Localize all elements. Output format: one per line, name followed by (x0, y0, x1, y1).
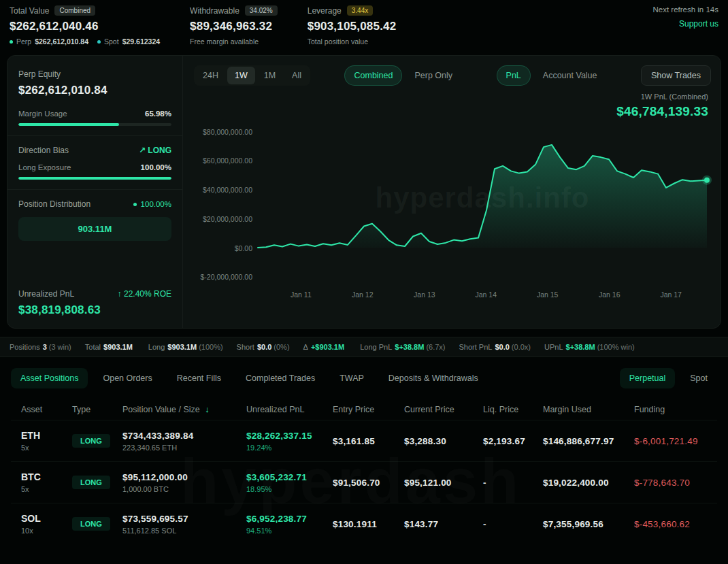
asset-leverage: 5x (21, 444, 72, 452)
col-header-current-price[interactable]: Current Price (404, 405, 483, 414)
metric-toggle-group: PnL Account Value (497, 65, 607, 86)
long-badge: LONG (72, 434, 110, 448)
col-header-liq-price[interactable]: Liq. Price (483, 405, 543, 414)
arrow-up-icon: ↑ (118, 289, 122, 299)
withdrawable-amount: $89,346,963.32 (190, 20, 278, 33)
entry-price-cell: $3,161.85 (333, 436, 404, 446)
current-price: $3,288.30 (404, 436, 483, 446)
tab-perpetual[interactable]: Perpetual (620, 368, 676, 388)
position-size: 511,612.85 SOL (122, 527, 246, 535)
table-header-row: Asset Type Position Value / Size ↓ Unrea… (11, 405, 717, 420)
current-price-cell: $3,288.30 (404, 436, 483, 446)
col-header-margin-used[interactable]: Margin Used (543, 405, 634, 414)
position-distribution-label: Position Distribution (18, 199, 90, 209)
y-tick: $80,000,000.00 (203, 128, 252, 136)
margin-used: $7,355,969.56 (543, 519, 634, 529)
position-size-chip: 903.11M (18, 217, 171, 241)
summary-total: Total$903.1M (85, 343, 135, 351)
leverage-subtext: Total position value (308, 37, 397, 46)
tab-deposits-withdrawals[interactable]: Deposits & Withdrawals (379, 368, 488, 388)
asset-symbol: BTC (21, 471, 72, 482)
x-tick: Jan 13 (414, 291, 435, 299)
entry-price: $91,506.70 (333, 478, 404, 488)
y-tick: $-20,000,000.00 (201, 273, 252, 281)
direction-bias-value: ↗ LONG (139, 146, 171, 155)
table-row-sol[interactable]: SOL 10x LONG $73,559,695.57 511,612.85 S… (11, 503, 717, 544)
leverage-stat: Leverage 3.44x $903,105,085.42 Total pos… (308, 5, 397, 46)
top-stats-group: Total Value Combined $262,612,040.46 Per… (10, 5, 396, 46)
margin-used-cell: $7,355,969.56 (543, 519, 634, 529)
funding-cell: $-6,001,721.49 (634, 436, 717, 446)
range-tab-1w[interactable]: 1W (227, 67, 255, 84)
show-trades-button[interactable]: Show Trades (641, 65, 711, 86)
trend-up-icon: ↗ (139, 146, 146, 155)
col-header-funding[interactable]: Funding (634, 405, 717, 414)
pnl-readout: 1W PnL (Combined) $46,784,139.33 (194, 93, 711, 119)
withdrawable-subtext: Free margin available (190, 37, 278, 46)
summary-short-pnl: Short PnL$0.0(0.0x) (459, 343, 531, 351)
long-exposure-value: 100.00% (141, 163, 171, 171)
section-tabs-row: Asset Positions Open Orders Recent Fills… (11, 368, 717, 388)
upnl-pct: 19.24% (246, 444, 333, 452)
sort-desc-icon: ↓ (205, 405, 209, 414)
funding-value: $-6,001,721.49 (634, 436, 717, 446)
pnl-line-chart[interactable] (258, 125, 707, 284)
support-us-link[interactable]: Support us (679, 19, 718, 29)
col-header-entry-price[interactable]: Entry Price (333, 405, 404, 414)
asset-cell: BTC 5x (21, 471, 72, 493)
y-axis-labels: $80,000,000.00 $60,000,000.00 $40,000,00… (194, 125, 255, 284)
refresh-countdown: Next refresh in 14s (652, 5, 718, 14)
position-value: $734,433,389.84 (122, 431, 246, 441)
liq-price: $2,193.67 (483, 436, 543, 446)
source-toggle-combined[interactable]: Combined (344, 65, 402, 86)
margin-usage-label: Margin Usage (18, 110, 67, 118)
entry-price-cell: $91,506.70 (333, 478, 404, 488)
position-distribution-value: 100.00% (133, 200, 171, 208)
upnl-cell: $28,262,337.15 19.24% (246, 431, 333, 452)
col-header-asset[interactable]: Asset (21, 405, 72, 414)
top-stats-bar: Total Value Combined $262,612,040.46 Per… (0, 0, 728, 52)
metric-toggle-account-value[interactable]: Account Value (533, 65, 607, 86)
total-value-amount: $262,612,040.46 (10, 20, 160, 33)
type-cell: LONG (72, 476, 122, 489)
table-row-btc[interactable]: BTC 5x LONG $95,112,000.00 1,000.00 BTC … (11, 461, 717, 503)
col-header-type[interactable]: Type (72, 405, 122, 414)
spot-dot-icon (97, 40, 101, 44)
col-header-position-value-label: Position Value / Size (122, 405, 200, 414)
distribution-pct: 100.00% (141, 200, 171, 208)
overview-card: Perp Equity $262,612,010.84 Margin Usage… (7, 55, 721, 329)
total-value-breakdown: Perp $262,612,010.84 Spot $29.612324 (10, 37, 160, 46)
tab-recent-fills[interactable]: Recent Fills (167, 368, 231, 388)
tab-open-orders[interactable]: Open Orders (93, 368, 161, 388)
range-tab-24h[interactable]: 24H (195, 67, 226, 84)
source-toggle-perp-only[interactable]: Perp Only (405, 65, 462, 86)
x-tick: Jan 14 (476, 291, 497, 299)
tab-asset-positions[interactable]: Asset Positions (11, 368, 88, 388)
liq-price: - (483, 478, 543, 488)
upnl-pct: 94.51% (246, 527, 333, 535)
tab-twap[interactable]: TWAP (330, 368, 374, 388)
upnl-cell: $6,952,238.77 94.51% (246, 514, 333, 535)
col-header-unrealized-pnl[interactable]: Unrealized PnL (246, 405, 333, 414)
table-row-eth[interactable]: ETH 5x LONG $734,433,389.84 223,340.65 E… (11, 420, 717, 461)
long-exposure-fill (18, 177, 171, 180)
metric-toggle-pnl[interactable]: PnL (497, 65, 531, 86)
market-type-tabs: Perpetual Spot (620, 368, 717, 388)
margin-used-cell: $19,022,400.00 (543, 478, 634, 488)
withdrawable-label: Withdrawable (190, 6, 239, 16)
source-toggle-group: Combined Perp Only (344, 65, 462, 86)
upnl-value: $6,952,238.77 (246, 514, 333, 524)
tab-completed-trades[interactable]: Completed Trades (236, 368, 325, 388)
pnl-readout-value: $46,784,139.33 (194, 104, 708, 119)
long-badge: LONG (72, 476, 110, 489)
tab-spot[interactable]: Spot (680, 368, 717, 388)
summary-long-pnl: Long PnL$+38.8M(6.7x) (360, 343, 445, 351)
col-header-position-value[interactable]: Position Value / Size ↓ (122, 405, 246, 414)
range-tab-all[interactable]: All (284, 67, 309, 84)
pnl-chart-plot[interactable]: hyperdash.info (258, 125, 707, 284)
margin-used: $146,886,677.97 (543, 436, 634, 446)
perp-equity-label: Perp Equity (18, 69, 171, 79)
total-value-stat: Total Value Combined $262,612,040.46 Per… (10, 5, 160, 46)
y-tick: $40,000,000.00 (203, 186, 252, 194)
range-tab-1m[interactable]: 1M (257, 67, 283, 84)
